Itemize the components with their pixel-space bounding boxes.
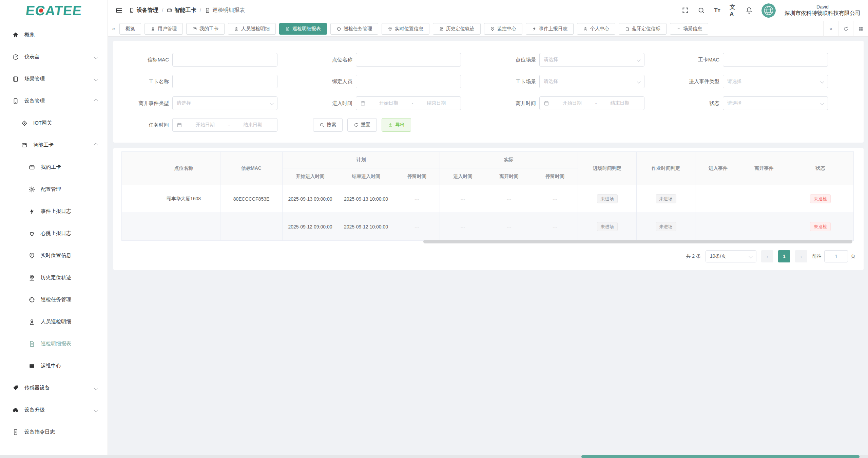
tab[interactable]: 巡检明细报表 xyxy=(279,23,327,35)
sidebar-item[interactable]: 实时位置信息 xyxy=(0,244,108,267)
col-leave-event: 离开事件 xyxy=(741,152,787,185)
tab[interactable]: 场景信息 xyxy=(670,23,708,35)
collapse-sidebar-icon[interactable] xyxy=(115,7,123,14)
sidebar-item[interactable]: 智能工卡 xyxy=(0,134,108,156)
sidebar-item-label: 设备指令日志 xyxy=(24,429,55,435)
sidebar-item[interactable]: 事件上报日志 xyxy=(0,200,108,222)
reset-button[interactable]: 重置 xyxy=(347,118,377,132)
tabs-scroll-left-icon[interactable]: « xyxy=(108,21,119,37)
date-range-input[interactable]: 开始日期-结束日期 xyxy=(356,96,461,110)
sidebar-item[interactable]: 心跳上报日志 xyxy=(0,222,108,244)
select-input[interactable]: 请选择 xyxy=(723,75,828,88)
sidebar-item[interactable]: 人员巡检明细 xyxy=(0,311,108,333)
table-row[interactable]: 2025-09-12 09:00:002025-09-12 10:00:00--… xyxy=(122,213,854,241)
filter-row: 工卡名称绑定人员工卡场景请选择进入事件类型请选择 xyxy=(121,71,855,92)
date-end-placeholder: 结束日期 xyxy=(416,100,457,106)
topbar-actions: Tт 文A David 深圳市依科特物联科技有限公司 xyxy=(682,3,861,18)
breadcrumb-label: 设备管理 xyxy=(137,7,158,14)
breadcrumb-item[interactable]: 巡检明细报表 xyxy=(205,7,245,14)
tab[interactable]: 个人中心 xyxy=(577,23,615,35)
font-size-icon[interactable]: Tт xyxy=(714,7,721,14)
table-cell xyxy=(147,213,220,241)
current-page-button[interactable]: 1 xyxy=(778,250,790,262)
select-input[interactable]: 请选择 xyxy=(539,75,644,88)
select-input[interactable]: 请选择 xyxy=(172,96,277,110)
tab[interactable]: 蓝牙定位信标 xyxy=(619,23,667,35)
tab[interactable]: 监控中心 xyxy=(484,23,522,35)
breadcrumb-separator: / xyxy=(162,7,163,14)
sidebar: ECATEE 概览仪表盘场景管理设备管理IOT网关智能工卡我的工卡配置管理事件上… xyxy=(0,0,108,458)
sidebar-item[interactable]: IOT网关 xyxy=(0,112,108,134)
breadcrumb-item[interactable]: 智能工卡 xyxy=(167,7,196,14)
tab[interactable]: 人员巡检明细 xyxy=(228,23,276,35)
sidebar-item[interactable]: 配置管理 xyxy=(0,178,108,200)
tab-label: 用户管理 xyxy=(158,26,177,32)
translate-icon[interactable]: 文A xyxy=(730,7,737,14)
sidebar-item[interactable]: 传感器设备 xyxy=(0,377,108,399)
goto-label: 前往 xyxy=(812,253,822,259)
dashboard-icon xyxy=(12,54,19,60)
fullscreen-icon[interactable] xyxy=(682,7,689,14)
tab[interactable]: 历史定位轨迹 xyxy=(433,23,481,35)
table-horizontal-scrollbar[interactable] xyxy=(423,240,852,243)
date-start-placeholder: 开始日期 xyxy=(552,100,593,106)
tab[interactable]: 我的工卡 xyxy=(186,23,225,35)
select-input[interactable]: 请选择 xyxy=(723,96,828,110)
select-input[interactable]: 请选择 xyxy=(539,53,644,67)
table-row[interactable]: 颐丰华大厦160880ECCCCF853E2025-09-13 09:00:00… xyxy=(122,185,854,213)
sidebar-item[interactable]: 场景管理 xyxy=(0,68,108,90)
sidebar-item[interactable]: 运维中心 xyxy=(0,355,108,377)
search-icon[interactable] xyxy=(698,7,705,14)
bell-icon[interactable] xyxy=(746,7,753,14)
sidebar-item[interactable]: 巡检明细报表 xyxy=(0,333,108,355)
layout-grid-icon[interactable] xyxy=(853,21,868,37)
tab-label: 人员巡检明细 xyxy=(241,26,270,32)
chevron-down-icon xyxy=(94,408,98,412)
task-icon xyxy=(336,26,341,31)
report-icon xyxy=(28,341,35,347)
sidebar-item[interactable]: 历史定位轨迹 xyxy=(0,267,108,289)
date-range-input[interactable]: 开始日期-结束日期 xyxy=(172,118,277,132)
tab[interactable]: 巡检任务管理 xyxy=(330,23,378,35)
brand-logo[interactable]: ECATEE xyxy=(0,0,108,21)
sidebar-item[interactable]: 设备管理 xyxy=(0,90,108,112)
tab[interactable]: 实时位置信息 xyxy=(382,23,429,35)
goto-page-input[interactable] xyxy=(824,250,848,262)
tab[interactable]: 用户管理 xyxy=(144,23,183,35)
next-page-button[interactable]: › xyxy=(795,250,807,262)
sidebar-item[interactable]: 巡检任务管理 xyxy=(0,289,108,311)
command-log-icon xyxy=(12,429,19,436)
prev-page-button[interactable]: ‹ xyxy=(761,250,773,262)
card-icon xyxy=(28,164,35,171)
search-button[interactable]: 搜索 xyxy=(313,118,343,132)
tab[interactable]: 事件上报日志 xyxy=(526,23,574,35)
text-input[interactable] xyxy=(356,53,461,67)
page-scrollbar-thumb[interactable] xyxy=(581,455,860,458)
sidebar-item-label: IOT网关 xyxy=(33,120,52,126)
filter-field: 绑定人员 xyxy=(305,75,488,88)
refresh-icon[interactable] xyxy=(838,21,853,37)
date-range-input[interactable]: 开始日期-结束日期 xyxy=(539,96,644,110)
tab[interactable]: 概览 xyxy=(119,23,141,35)
tablet-icon xyxy=(129,7,135,13)
table-cell: --- xyxy=(532,185,578,213)
text-input[interactable] xyxy=(172,75,277,88)
avatar[interactable] xyxy=(761,3,776,18)
text-input[interactable] xyxy=(172,53,277,67)
text-input[interactable] xyxy=(723,53,828,67)
sidebar-item[interactable]: 设备指令日志 xyxy=(0,421,108,443)
page-horizontal-scrollbar[interactable] xyxy=(0,455,868,458)
sidebar-item[interactable]: 我的工卡 xyxy=(0,156,108,178)
col-select xyxy=(122,152,147,185)
page-size-select[interactable]: 10条/页 xyxy=(706,250,756,262)
breadcrumb-item[interactable]: 设备管理 xyxy=(129,7,158,14)
table-cell xyxy=(695,213,741,241)
sidebar-item[interactable]: 仪表盘 xyxy=(0,46,108,68)
dots-icon xyxy=(676,26,681,31)
text-input[interactable] xyxy=(356,75,461,88)
sidebar-item[interactable]: 设备升级 xyxy=(0,399,108,421)
user-info[interactable]: David 深圳市依科特物联科技有限公司 xyxy=(785,4,861,17)
export-button[interactable]: 导出 xyxy=(382,118,411,132)
sidebar-item[interactable]: 概览 xyxy=(0,24,108,46)
tabs-scroll-right-icon[interactable]: » xyxy=(823,21,838,37)
